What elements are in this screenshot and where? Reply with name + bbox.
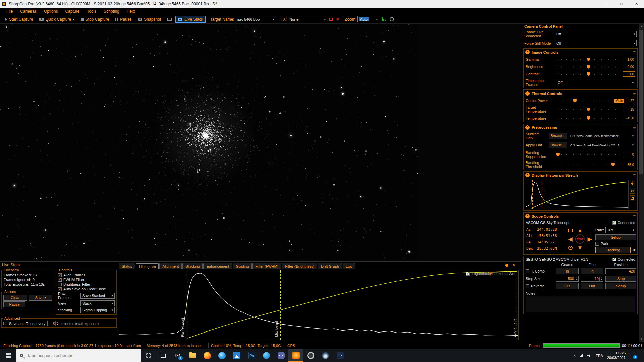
stellarium-button[interactable] [318, 349, 333, 362]
scope-controls-header[interactable]: ^ Scope Controls ≡ [524, 213, 637, 220]
stop-capture-button[interactable]: Stop Capture [78, 16, 112, 23]
tab-enhancement[interactable]: Enhancement [203, 263, 232, 269]
tab-histogram[interactable]: Histogram [136, 263, 159, 269]
menu-cameras[interactable]: Cameras [16, 9, 40, 14]
tab-log[interactable]: Log [343, 263, 355, 269]
brightness-filter-checkbox[interactable] [58, 283, 62, 286]
save-button[interactable]: Save ▾ [29, 295, 53, 301]
search-box[interactable] [16, 349, 141, 362]
slider-thumb[interactable] [556, 153, 560, 156]
connected-checkbox[interactable]: ✓ [612, 221, 616, 225]
reverse-row[interactable]: Reverse [526, 284, 554, 288]
auto-save-checkbox[interactable]: ✓ [58, 287, 62, 291]
section-menu-icon[interactable]: ≡ [633, 214, 636, 219]
force-still-mode-select[interactable]: Off ▾ [555, 40, 637, 46]
snapshot-button[interactable]: Snapshot [135, 16, 164, 23]
t-comp-row[interactable]: T. Comp [526, 269, 554, 273]
apply-flat-browse-button[interactable]: Browse... [549, 142, 567, 148]
fwhm-filter-checkbox[interactable]: ✓ [58, 278, 62, 282]
focuser-out-coarse-button[interactable]: Out [556, 283, 579, 289]
spinner-arrows-icon[interactable]: ▴▾ [599, 277, 603, 281]
panel-scrollbar[interactable]: ▲ ▼ [639, 24, 644, 342]
network-icon[interactable] [580, 354, 583, 357]
firefox-button[interactable] [200, 349, 215, 362]
photoshop-button[interactable]: Ps [244, 349, 259, 362]
slider-thumb[interactable] [587, 58, 590, 61]
tab-guiding[interactable]: Guiding [233, 263, 252, 269]
tracking-button[interactable]: Tracking [595, 247, 631, 253]
live-stack-button[interactable]: Live Stack [175, 16, 206, 23]
tab-filter-brightness[interactable]: Filter (Brightness) [282, 263, 317, 269]
gamma-value[interactable]: 1.00 [623, 57, 635, 62]
mid-level-line[interactable] [280, 270, 281, 340]
menu-tools[interactable]: Tools [83, 9, 100, 14]
brightness-filter-row[interactable]: Brightness Filter [58, 282, 115, 287]
tab-filter-fwhm[interactable]: Filter (FWHM) [252, 263, 281, 269]
file-explorer-button[interactable] [185, 349, 200, 362]
scope-setup-button[interactable]: Setup [595, 234, 636, 240]
tab-drift-graph[interactable]: Drift Graph [318, 263, 342, 269]
slew-down-button[interactable]: ▼ [577, 245, 583, 251]
pause-stack-button[interactable]: Pause [3, 301, 25, 307]
stacking-select[interactable]: Sigma Clipping ▾ [80, 307, 115, 313]
astronomy-app-button[interactable] [333, 349, 347, 362]
save-reset-checkbox[interactable] [3, 322, 7, 325]
park-checkbox[interactable] [595, 242, 599, 246]
black-level-line[interactable] [187, 270, 187, 340]
cooler-power-value[interactable]: 27 [626, 98, 635, 103]
enable-live-broadcast-select[interactable]: Off ▾ [555, 31, 637, 37]
collapse-icon[interactable]: ^ [525, 91, 530, 96]
collapse-icon[interactable]: ^ [525, 50, 530, 54]
focuser-in-fine-button[interactable]: In [581, 268, 603, 274]
auto-stretch-button[interactable] [630, 181, 635, 186]
start-button[interactable] [0, 349, 16, 362]
view-select[interactable]: Stack ▾ [80, 300, 115, 306]
quick-capture-button[interactable]: Quick Capture ▾ [37, 16, 77, 23]
maximize-button[interactable]: □ [614, 0, 629, 8]
menu-scripting[interactable]: Scripting [100, 9, 123, 14]
subtract-dark-browse-button[interactable]: Browse... [549, 133, 567, 139]
reticle-icon[interactable] [390, 17, 394, 21]
step-fine-spinner[interactable]: 10 ▴▾ [581, 276, 603, 282]
auto-save-row[interactable]: ✓ Auto Save on Clear/Close [58, 287, 115, 291]
spinner-arrows-icon[interactable]: ▴▾ [55, 321, 59, 326]
banding-suppression-slider[interactable] [556, 152, 621, 157]
scrollbar-thumb[interactable] [639, 30, 643, 174]
tray-chevron-up-icon[interactable]: ∧ [573, 354, 576, 357]
focuser-connected[interactable]: ✓ Connected [612, 257, 635, 261]
search-input[interactable] [26, 353, 137, 358]
cooler-power-slider[interactable] [556, 98, 613, 103]
stack-histogram-plot[interactable]: Black Level Mid Level White Level ✓ Loga… [119, 270, 519, 340]
slider-thumb[interactable] [573, 99, 577, 103]
discord-button[interactable] [274, 349, 288, 362]
cortana-button[interactable] [141, 349, 156, 362]
collapse-icon[interactable]: ^ [525, 125, 530, 130]
focuser-stop-button[interactable]: Stop [605, 276, 636, 282]
notes-textarea[interactable] [526, 296, 635, 312]
histogram-tool-icon[interactable] [382, 17, 386, 21]
banding-threshold-slider[interactable] [556, 162, 621, 167]
close-icon[interactable]: ✕ [512, 263, 515, 267]
step-coarse-spinner[interactable]: 500 ▴▾ [556, 276, 579, 282]
scroll-down-icon[interactable]: ▼ [639, 336, 644, 342]
connected-checkbox[interactable]: ✓ [612, 258, 616, 261]
scope-connected[interactable]: ✓ Connected [612, 221, 635, 225]
raw-frames-select[interactable]: Save Stacked ▾ [80, 293, 115, 299]
mail-app-button[interactable]: ✉ 1 [170, 349, 185, 362]
menu-file[interactable]: File [3, 9, 16, 14]
minimize-button[interactable]: ─ [599, 0, 614, 8]
clear-button[interactable]: Clear [3, 295, 27, 301]
apply-flat-path-select[interactable]: C:\Users\SharkFleet\Desktop\21_2... ▾ [569, 142, 635, 148]
banding-suppression-value[interactable]: 0 [623, 152, 635, 157]
slider-thumb[interactable] [587, 108, 590, 111]
section-menu-icon[interactable]: ≡ [633, 125, 636, 130]
slew-up-button[interactable]: ▲ [577, 228, 583, 233]
slider-thumb[interactable] [611, 163, 615, 167]
sharpcap-taskbar-button[interactable] [288, 349, 303, 362]
goto-star-icon[interactable]: ★ [632, 248, 636, 252]
gamma-slider[interactable] [556, 57, 621, 62]
align-frames-row[interactable]: ✓ Align Frames [58, 273, 115, 277]
mid-level-line[interactable] [542, 180, 542, 209]
slew-stop-button[interactable]: STOP [575, 234, 585, 244]
target-temperature-value[interactable]: -15 [623, 107, 635, 112]
